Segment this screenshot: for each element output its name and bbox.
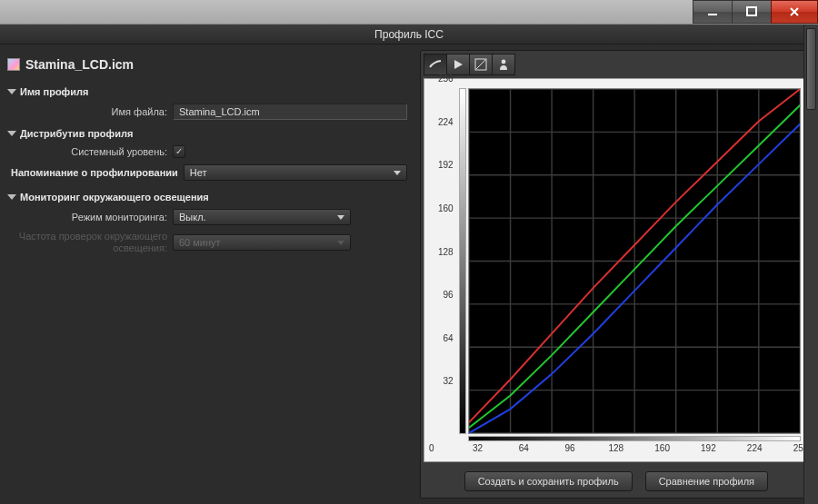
reminder-select[interactable]: Нет <box>184 164 407 181</box>
chart-toolbar <box>424 54 809 78</box>
tool-person[interactable] <box>492 54 515 75</box>
maximize-button[interactable] <box>732 0 772 24</box>
chart-plot <box>468 88 801 434</box>
monitoring-freq-label: Частота проверок окружающего освещения: <box>5 231 173 254</box>
app-window: Профиль ICC Stamina_LCD.icm Имя профиля … <box>0 25 818 504</box>
system-level-label: Системный уровень: <box>5 146 173 157</box>
chevron-down-icon <box>337 215 344 220</box>
svg-point-4 <box>501 60 505 64</box>
chart-area: 326496128160192224256 032649612816019222… <box>424 78 809 462</box>
monitoring-mode-label: Режим мониторинга: <box>5 212 173 222</box>
chevron-down-icon <box>7 131 16 136</box>
section-profile-name[interactable]: Имя профиля <box>5 81 407 101</box>
monitoring-mode-select[interactable]: Выкл. <box>173 209 351 225</box>
tool-play[interactable] <box>446 54 470 75</box>
svg-marker-2 <box>454 60 463 69</box>
tool-curve[interactable] <box>469 54 493 75</box>
monitoring-freq-select: 60 минут <box>173 234 351 251</box>
minimize-button[interactable] <box>693 0 733 24</box>
tool-brush[interactable] <box>424 54 447 75</box>
section-monitoring[interactable]: Мониторинг окружающего освещения <box>5 186 407 206</box>
x-gradient-bar <box>468 436 801 441</box>
compare-profile-button[interactable]: Сравнение профиля <box>645 471 768 491</box>
chevron-down-icon <box>337 241 344 245</box>
filename-label: Имя файла: <box>5 106 173 117</box>
filename-input[interactable] <box>173 104 407 120</box>
vertical-scrollbar[interactable] <box>803 25 818 504</box>
create-save-profile-button[interactable]: Создать и сохранить профиль <box>464 471 633 491</box>
x-axis: 0326496128160192224256 <box>432 443 801 456</box>
close-button[interactable] <box>771 0 818 24</box>
profile-filename: Stamina_LCD.icm <box>25 57 134 72</box>
profile-filename-bar: Stamina_LCD.icm <box>5 54 407 81</box>
reminder-label: Напоминание о профилировании <box>11 167 178 178</box>
window-titlebar <box>0 0 818 25</box>
icc-file-icon <box>7 58 20 71</box>
chevron-down-icon <box>394 171 401 175</box>
section-distribution[interactable]: Дистрибутив профиля <box>5 123 407 143</box>
y-gradient-bar <box>459 88 466 434</box>
svg-rect-1 <box>747 7 756 15</box>
chevron-down-icon <box>7 194 16 200</box>
settings-panel: Stamina_LCD.icm Имя профиля Имя файла: Д… <box>2 50 413 499</box>
app-title: Профиль ICC <box>0 25 818 44</box>
chevron-down-icon <box>7 89 16 94</box>
chart-panel: 326496128160192224256 032649612816019222… <box>420 50 813 499</box>
svg-rect-0 <box>708 14 717 15</box>
y-axis: 326496128160192224256 <box>432 88 459 434</box>
scrollbar-thumb[interactable] <box>806 28 816 110</box>
system-level-checkbox[interactable] <box>173 145 185 158</box>
